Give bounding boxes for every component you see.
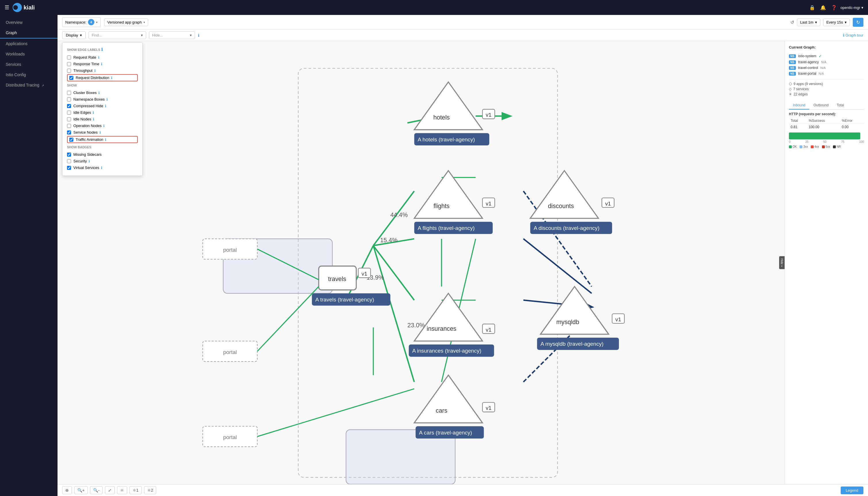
request-distribution-checkbox[interactable]	[69, 76, 73, 80]
dd-namespace-boxes[interactable]: Namespace Boxes ℹ	[67, 96, 138, 103]
namespace-dropdown[interactable]: Namespace: 4 ▾	[62, 17, 101, 27]
topnav-icons: 🔒 🔔 ❓	[809, 5, 837, 10]
help-icon[interactable]: ❓	[831, 5, 837, 10]
sidebar-item-graph[interactable]: Graph	[0, 28, 58, 38]
virtual-services-label: Virtual Services ℹ	[73, 166, 102, 170]
security-checkbox[interactable]	[67, 159, 71, 163]
legend-3xx: 3xx	[799, 145, 808, 148]
graph-tour-link[interactable]: ℹ Graph tour	[843, 33, 864, 37]
cluster-boxes-info-icon[interactable]: ℹ	[99, 91, 100, 95]
time-chevron-icon: ▾	[815, 20, 817, 25]
security-info-icon[interactable]: ℹ	[89, 159, 90, 163]
operation-nodes-info-icon[interactable]: ℹ	[103, 124, 105, 128]
dd-throughput[interactable]: Throughput ℹ	[67, 67, 138, 74]
zoom-in-button[interactable]: 🔍+	[74, 486, 88, 494]
show-title: Show	[67, 83, 138, 87]
dd-request-rate[interactable]: Request Rate ℹ	[67, 54, 138, 61]
idle-edges-info-icon[interactable]: ℹ	[93, 111, 94, 115]
dd-compressed-hide[interactable]: Compressed Hide ℹ	[67, 103, 138, 109]
idle-edges-checkbox[interactable]	[67, 111, 71, 115]
time-range-dropdown[interactable]: Last 1m ▾	[797, 18, 820, 26]
idle-nodes-info-icon[interactable]: ℹ	[93, 117, 94, 121]
sidebar-item-istio-config[interactable]: Istio Config	[0, 69, 58, 80]
layout-2-button[interactable]: ⚛2	[144, 486, 156, 494]
missing-sidecars-checkbox[interactable]	[67, 153, 71, 157]
ns-name-istio: istio-system	[798, 54, 816, 58]
user-menu[interactable]: opentlc-mgr ▾	[840, 5, 864, 10]
dd-request-distribution[interactable]: Request Distribution ℹ	[67, 74, 138, 81]
sidebar-item-services[interactable]: Services	[0, 59, 58, 69]
throughput-info-icon[interactable]: ℹ	[94, 69, 96, 73]
graph-canvas[interactable]: Hide »	[58, 41, 784, 484]
fullscreen-button[interactable]: ⤢	[105, 486, 115, 494]
services-icon: ◇	[789, 87, 792, 91]
5xx-label: 5xx	[826, 145, 830, 148]
compressed-hide-checkbox[interactable]	[67, 104, 71, 108]
traffic-animation-checkbox[interactable]	[69, 138, 73, 142]
dd-security[interactable]: Security ℹ	[67, 158, 138, 165]
request-distribution-info-icon[interactable]: ℹ	[111, 76, 113, 80]
service-nodes-info-icon[interactable]: ℹ	[100, 130, 101, 135]
svg-text:v1: v1	[615, 316, 621, 322]
fit-graph-button[interactable]: ⊕	[62, 486, 72, 494]
svg-text:portal: portal	[223, 349, 237, 355]
svg-text:travels: travels	[328, 276, 346, 282]
namespace-boxes-checkbox[interactable]	[67, 97, 71, 102]
cluster-boxes-label: Cluster Boxes ℹ	[73, 91, 100, 95]
throughput-checkbox[interactable]	[67, 69, 71, 73]
traffic-animation-info-icon[interactable]: ℹ	[105, 138, 106, 142]
sidebar-item-workloads[interactable]: Workloads	[0, 49, 58, 59]
idle-nodes-checkbox[interactable]	[67, 117, 71, 121]
compressed-hide-info-icon[interactable]: ℹ	[105, 104, 106, 108]
refresh-rate-dropdown[interactable]: Every 15s ▾	[823, 18, 850, 26]
sidebar-item-distributed-tracing[interactable]: Distributed Tracing ↗	[0, 80, 58, 90]
refresh-button[interactable]: ↻	[853, 18, 864, 27]
operation-nodes-checkbox[interactable]	[67, 124, 71, 128]
content-area: Namespace: 4 ▾ Versioned app graph ▾ ↺ L…	[58, 15, 868, 496]
find-input[interactable]: Find... ▾	[89, 31, 146, 39]
tab-inbound[interactable]: Inbound	[789, 102, 809, 109]
display-dropdown-btn[interactable]: Display ▾	[62, 31, 86, 39]
val-error: 0.00	[840, 124, 864, 130]
layout-button[interactable]: ⚛	[117, 486, 127, 494]
hide-input[interactable]: Hide... ▾	[149, 31, 195, 39]
hide-panel-tab[interactable]: Hide »	[779, 256, 784, 269]
bell-icon[interactable]: 🔔	[820, 5, 826, 10]
svg-text:A mysqldb (travel-agency): A mysqldb (travel-agency)	[540, 341, 603, 347]
display-label: Display	[66, 33, 78, 37]
virtual-services-checkbox[interactable]	[67, 166, 71, 170]
sidebar-item-overview[interactable]: Overview	[0, 17, 58, 28]
response-time-info-icon[interactable]: ℹ	[101, 62, 102, 66]
tab-outbound[interactable]: Outbound	[809, 102, 833, 109]
legend-button[interactable]: Legend	[841, 486, 864, 494]
response-time-checkbox[interactable]	[67, 62, 71, 66]
zoom-out-button[interactable]: 🔍-	[90, 486, 103, 494]
dd-response-time[interactable]: Response Time ℹ	[67, 61, 138, 67]
dd-missing-sidecars[interactable]: Missing Sidecars	[67, 151, 138, 158]
dd-virtual-services[interactable]: Virtual Services ℹ	[67, 165, 138, 171]
edge-labels-info-icon[interactable]: ℹ	[101, 47, 103, 52]
namespace-boxes-info-icon[interactable]: ℹ	[106, 97, 108, 102]
dd-operation-nodes[interactable]: Operation Nodes ℹ	[67, 122, 138, 129]
cluster-boxes-checkbox[interactable]	[67, 91, 71, 95]
graph-type-dropdown[interactable]: Versioned app graph ▾	[104, 18, 148, 26]
layout-1-button[interactable]: ⚛1	[130, 486, 142, 494]
dd-service-nodes[interactable]: Service Nodes ℹ	[67, 129, 138, 136]
tab-total[interactable]: Total	[833, 102, 848, 109]
dd-idle-nodes[interactable]: Idle Nodes ℹ	[67, 116, 138, 122]
service-nodes-checkbox[interactable]	[67, 130, 71, 135]
request-rate-info-icon[interactable]: ℹ	[98, 56, 100, 60]
ns-name-portal: travel-portal	[798, 72, 816, 76]
request-rate-checkbox[interactable]	[67, 56, 71, 60]
lock-icon[interactable]: 🔒	[809, 5, 815, 10]
http-chart: 0255075100 OK 3xx 4xx	[789, 133, 864, 148]
apps-icon: ⬡	[789, 82, 792, 86]
sidebar-item-applications[interactable]: Applications	[0, 38, 58, 49]
dd-cluster-boxes[interactable]: Cluster Boxes ℹ	[67, 89, 138, 96]
filter-info-icon[interactable]: ℹ	[198, 33, 199, 38]
request-distribution-label: Request Distribution ℹ	[76, 76, 113, 80]
dd-idle-edges[interactable]: Idle Edges ℹ	[67, 109, 138, 116]
hamburger-icon[interactable]: ☰	[4, 4, 9, 11]
virtual-services-info-icon[interactable]: ℹ	[101, 166, 102, 170]
dd-traffic-animation[interactable]: Traffic Animation ℹ	[67, 136, 138, 143]
